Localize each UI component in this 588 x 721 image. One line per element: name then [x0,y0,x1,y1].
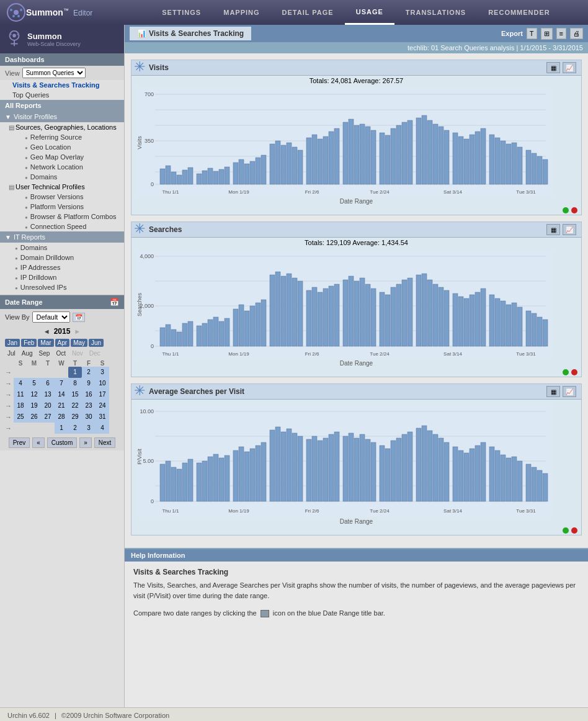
cal-day-30[interactable]: 30 [82,411,96,423]
cal-day-3[interactable]: 3 [96,367,109,378]
next-year-btn[interactable]: ► [74,328,81,335]
summon-queries-select[interactable]: Summon Queries [22,68,86,78]
cal-day-5[interactable]: 5 [27,378,41,389]
prev-year-btn[interactable]: ◄ [43,328,50,335]
visitor-profiles-header[interactable]: ▼ Visitor Profiles [0,111,124,122]
cal-day-18[interactable]: 18 [14,400,27,411]
date-range-cal-icon[interactable]: 📅 [110,298,119,307]
searches-line-chart-btn[interactable]: 📈 [563,224,576,235]
export-text-btn[interactable]: T [527,28,537,39]
export-print-btn[interactable]: 🖨 [570,28,583,39]
referring-source-item[interactable]: Referring Source [0,132,124,142]
svg-rect-59 [371,130,376,184]
nav-recommender[interactable]: RECOMMENDER [477,0,561,25]
export-table-btn[interactable]: ⊞ [541,28,553,40]
cal-day-19[interactable]: 19 [27,400,41,411]
cal-day-23[interactable]: 23 [82,400,96,411]
month-oct[interactable]: Oct [53,349,68,357]
calendar-toggle-btn[interactable]: 📅 [73,313,85,322]
cal-day-15[interactable]: 15 [68,389,82,400]
cal-day-8[interactable]: 8 [68,378,82,389]
custom-next-btn[interactable]: » [79,437,92,448]
custom-prev-btn[interactable]: « [32,437,45,448]
ip-drilldown-item[interactable]: IP Drilldown [0,272,124,282]
network-location-item[interactable]: Network Location [0,162,124,172]
cal-day-16[interactable]: 16 [82,389,96,400]
month-sep[interactable]: Sep [37,349,53,357]
svg-rect-57 [360,124,365,184]
month-aug[interactable]: Aug [19,349,35,357]
month-feb[interactable]: Feb [21,339,37,347]
cal-day-22[interactable]: 22 [68,400,82,411]
domains-visitor-item[interactable]: Domains [0,172,124,182]
cal-day-25[interactable]: 25 [14,411,27,423]
cal-day-9[interactable]: 9 [82,378,96,389]
unresolved-ips-item[interactable]: Unresolved IPs [0,282,124,292]
cal-day-26[interactable]: 26 [27,411,41,423]
month-jan[interactable]: Jan [5,339,20,347]
browser-versions-item[interactable]: Browser Versions [0,192,124,202]
export-csv-btn[interactable]: ≡ [556,28,566,39]
cal-day-13[interactable]: 13 [41,389,55,400]
month-jul[interactable]: Jul [5,349,18,357]
month-apr[interactable]: Apr [55,339,70,347]
visits-bar-chart-btn[interactable]: ▦ [546,62,560,73]
browser-platform-combos-item[interactable]: Browser & Platform Combos [0,212,124,222]
cal-day-2[interactable]: 2 [82,367,96,378]
cal-day-10[interactable]: 10 [96,378,109,389]
nav-translations[interactable]: TRANSLATIONS [394,0,477,25]
next-btn[interactable]: Next [94,437,116,448]
cal-day-n1[interactable]: 1 [55,423,68,434]
nav-usage[interactable]: USAGE [345,0,394,25]
month-may[interactable]: May [71,339,87,347]
cal-day-n2[interactable]: 2 [68,423,82,434]
view-by-select[interactable]: Default [32,311,70,323]
svg-rect-38 [244,164,249,184]
geo-location-item[interactable]: Geo Location [0,142,124,152]
avg-line-chart-btn[interactable]: 📈 [563,386,576,397]
nav-mapping[interactable]: MAPPING [212,0,270,25]
sidebar-visits-searches[interactable]: Visits & Searches Tracking [0,80,124,90]
cal-day-29[interactable]: 29 [68,411,82,423]
cal-day-17[interactable]: 17 [96,389,109,400]
avg-bar-chart-btn[interactable]: ▦ [546,386,560,397]
connection-speed-item[interactable]: Connection Speed [0,222,124,231]
sources-geo-item[interactable]: ▤ Sources, Geographies, Locations [0,122,124,132]
prev-btn[interactable]: Prev [9,437,30,448]
cal-day-20[interactable]: 20 [41,400,55,411]
cal-day-24[interactable]: 24 [96,400,109,411]
nav-settings[interactable]: SETTINGS [151,0,212,25]
nav-detail-page[interactable]: DETAIL PAGE [271,0,345,25]
it-domains-item[interactable]: Domains [0,243,124,253]
cal-day-n4[interactable]: 4 [96,423,109,434]
cal-day-4[interactable]: 4 [14,378,27,389]
searches-bar-chart-btn[interactable]: ▦ [546,224,560,235]
cal-day-1[interactable]: 1 [68,367,82,378]
ip-addresses-item[interactable]: IP Addresses [0,262,124,272]
cal-day-7[interactable]: 7 [55,378,68,389]
cal-day-6[interactable]: 6 [41,378,55,389]
user-tech-profiles-item[interactable]: ▤ User Technical Profiles [0,182,124,192]
visits-line-chart-btn[interactable]: 📈 [563,62,576,73]
cal-day-12[interactable]: 12 [27,389,41,400]
cal-day-11[interactable]: 11 [14,389,27,400]
cal-day-27[interactable]: 27 [41,411,55,423]
custom-btn[interactable]: Custom [47,437,77,448]
svg-rect-118 [244,311,249,346]
it-reports-header[interactable]: ▼ IT Reports [0,231,124,243]
cal-day-31[interactable]: 31 [96,411,109,423]
svg-rect-26 [171,172,176,184]
cal-day-21[interactable]: 21 [55,400,68,411]
svg-rect-25 [166,166,171,184]
month-jun[interactable]: Jun [89,339,104,347]
geo-map-overlay-item[interactable]: Geo Map Overlay [0,152,124,162]
platform-versions-item[interactable]: Platform Versions [0,202,124,212]
month-mar[interactable]: Mar [38,339,53,347]
cal-day-28[interactable]: 28 [55,411,68,423]
main-layout: Summon Web-Scale Discovery Dashboards Vi… [0,25,588,707]
domain-drilldown-item[interactable]: Domain Drilldown [0,253,124,262]
cal-day-14[interactable]: 14 [55,389,68,400]
searches-chart-header: Searches ▦ 📈 [131,222,581,238]
sidebar-top-queries[interactable]: Top Queries [0,90,124,100]
cal-day-n3[interactable]: 3 [82,423,96,434]
